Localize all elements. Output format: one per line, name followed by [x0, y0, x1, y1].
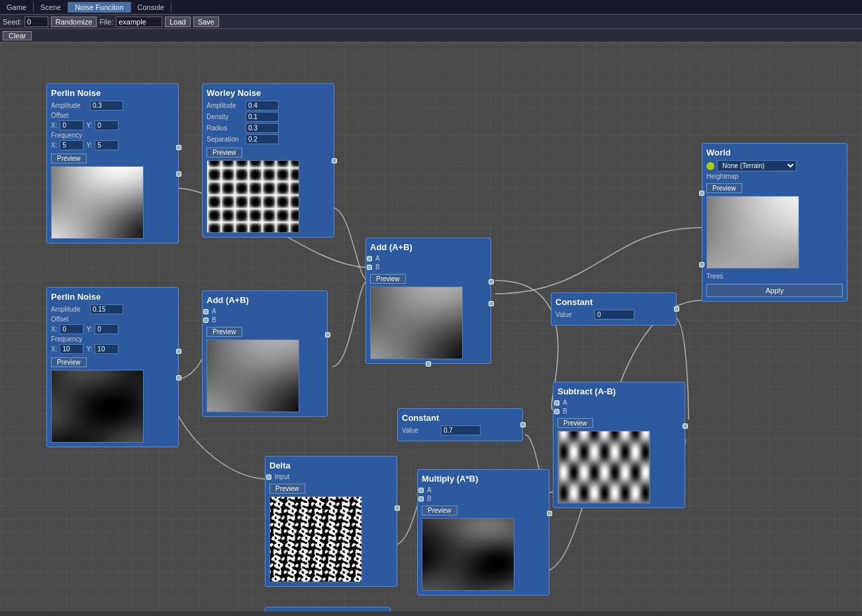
toolbar: Seed: Randomize File: Load Save — [0, 15, 862, 29]
perlin2-freq-y[interactable] — [95, 344, 119, 354]
add1-node: Add (A+B) A B Preview — [365, 238, 491, 364]
add1-output-port[interactable] — [489, 279, 494, 285]
perlin1-offset-x[interactable] — [60, 120, 83, 130]
delta-input-port[interactable] — [266, 474, 271, 480]
tab-game[interactable]: Game — [0, 2, 34, 13]
multiply-b-port[interactable] — [418, 496, 424, 502]
add2-b-port[interactable] — [203, 318, 209, 323]
perlin1-output-port[interactable] — [176, 145, 181, 150]
constant1-title: Constant — [555, 297, 672, 307]
subtract-a-port[interactable] — [554, 400, 559, 406]
world-heightmap-port[interactable] — [699, 191, 704, 196]
add1-preview — [370, 286, 463, 359]
add2-output-port[interactable] — [325, 332, 330, 337]
world-trees-port[interactable] — [699, 262, 704, 267]
world-title: World — [706, 148, 843, 157]
delta-output-port[interactable] — [395, 506, 400, 511]
seed-input[interactable] — [24, 17, 48, 27]
perlin1-fy-label: Y: — [86, 142, 92, 149]
world-heightmap-preview — [706, 196, 799, 269]
constant1-output-port[interactable] — [674, 306, 679, 312]
perlin2-amplitude-input[interactable] — [90, 304, 123, 314]
delta-preview — [269, 496, 362, 582]
tab-noise-function[interactable]: Noise Funciton — [68, 2, 130, 13]
worley-separation-input[interactable] — [246, 134, 279, 144]
perlin1-amplitude-input[interactable] — [90, 101, 123, 110]
perlin-noise-node-2: Perlin Noise Amplitude Offset X: Y: Freq… — [46, 287, 179, 447]
perlin1-freq-label: Frequency — [51, 132, 87, 139]
multiply-b-label: B — [427, 495, 432, 502]
tab-console[interactable]: Console — [131, 2, 171, 13]
add1-title: Add (A+B) — [370, 242, 487, 252]
constant2-value-input[interactable] — [441, 425, 481, 435]
worley-radius-input[interactable] — [246, 123, 279, 133]
perlin2-output-port2[interactable] — [176, 375, 181, 380]
constant1-value-input[interactable] — [595, 310, 634, 320]
multiply-a-port[interactable] — [418, 488, 424, 493]
worley-separation-label: Separation — [207, 136, 243, 143]
perlin2-x-label: X: — [51, 326, 57, 333]
perlin1-x-label: X: — [51, 122, 57, 129]
worley-amplitude-input[interactable] — [246, 101, 279, 110]
delta-input-label: Input — [275, 473, 289, 480]
load-button[interactable]: Load — [165, 17, 190, 27]
perlin1-freq-y[interactable] — [95, 140, 119, 150]
clear-bar: Clear — [0, 29, 862, 42]
worley-output-port[interactable] — [332, 158, 337, 163]
perlin1-freq-x[interactable] — [60, 140, 83, 150]
perlin1-preview-button[interactable]: Preview — [51, 154, 87, 163]
add1-output-port2[interactable] — [489, 301, 494, 306]
worley-amplitude-label: Amplitude — [207, 102, 243, 109]
perlin2-output-port[interactable] — [176, 349, 181, 354]
perlin1-output-port2[interactable] — [176, 171, 181, 177]
add1-a-label: A — [375, 255, 380, 262]
constant2-output-port[interactable] — [520, 422, 526, 427]
perlin2-offset-x[interactable] — [60, 324, 83, 334]
worley-density-input[interactable] — [246, 112, 279, 122]
subtract-preview-button[interactable]: Preview — [557, 418, 593, 428]
perlin2-offset-y[interactable] — [95, 324, 119, 334]
world-preview-button[interactable]: Preview — [706, 183, 742, 193]
perlin1-offset-label: Offset — [51, 112, 87, 119]
filename-input[interactable] — [116, 17, 162, 27]
tab-scene[interactable]: Scene — [34, 2, 68, 13]
subtract-preview — [557, 431, 650, 504]
constant2-value-label: Value — [402, 427, 438, 434]
apply-button[interactable]: Apply — [706, 284, 843, 297]
worley-preview-button[interactable]: Preview — [207, 148, 242, 157]
delta-preview-button[interactable]: Preview — [269, 484, 305, 494]
perlin1-y-label: Y: — [86, 122, 92, 129]
add2-node: Add (A+B) A B Preview — [202, 290, 328, 417]
terrain-dropdown[interactable]: None (Terrain) — [717, 160, 796, 171]
randomize-button[interactable]: Randomize — [51, 17, 97, 27]
add2-preview-button[interactable]: Preview — [207, 327, 242, 337]
trees-label: Trees — [706, 273, 743, 280]
perlin2-offset-label: Offset — [51, 316, 87, 323]
multiply-a-label: A — [427, 486, 432, 494]
perlin-noise-node-1: Perlin Noise Amplitude Offset X: Y: Freq… — [46, 83, 179, 243]
subtract-output-port[interactable] — [683, 423, 688, 429]
add1-preview-button[interactable]: Preview — [370, 274, 406, 284]
clear-button[interactable]: Clear — [3, 31, 32, 40]
multiply-preview-button[interactable]: Preview — [422, 506, 457, 515]
multiply-output-port[interactable] — [547, 511, 552, 516]
save-button[interactable]: Save — [193, 17, 219, 27]
seed-label: Seed: — [3, 18, 22, 26]
add2-a-port[interactable] — [203, 309, 209, 314]
delta-title: Delta — [269, 461, 393, 470]
constant3-node: Constant Value — [265, 607, 391, 611]
heightmap-label: Heightmap — [706, 173, 743, 180]
tab-bar: Game Scene Noise Funciton Console — [0, 0, 862, 15]
worley-density-label: Density — [207, 113, 243, 120]
add1-a-port[interactable] — [367, 256, 372, 261]
perlin2-freq-x[interactable] — [60, 344, 83, 354]
add1-bottom-port[interactable] — [426, 361, 431, 367]
constant2-title: Constant — [402, 413, 518, 423]
add2-a-label: A — [212, 308, 216, 315]
perlin2-preview-button[interactable]: Preview — [51, 357, 87, 367]
perlin2-fx-label: X: — [51, 345, 57, 353]
subtract-b-port[interactable] — [554, 409, 559, 414]
add1-b-port[interactable] — [367, 265, 372, 270]
terrain-icon — [706, 162, 714, 170]
perlin1-offset-y[interactable] — [95, 120, 119, 130]
